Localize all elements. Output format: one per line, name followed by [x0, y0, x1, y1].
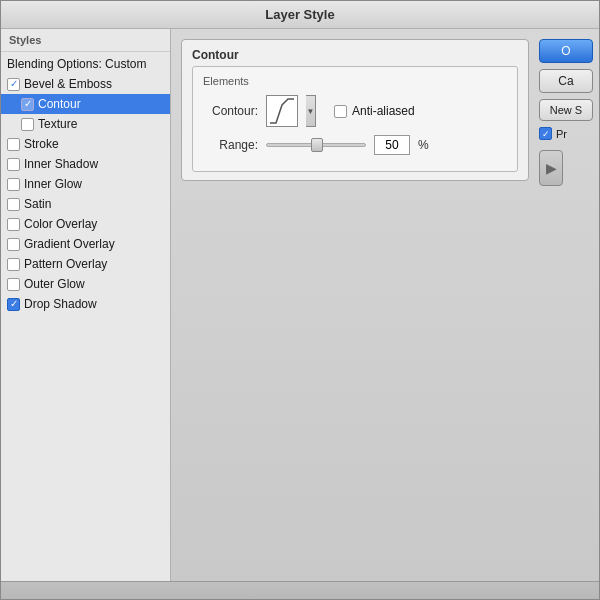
svg-rect-0 — [268, 97, 296, 125]
contour-row: Contour: ▼ Anti-aliased — [203, 95, 507, 127]
contour-checkbox[interactable] — [21, 98, 34, 111]
preview-label: Pr — [556, 128, 567, 140]
title-bar: Layer Style — [1, 1, 599, 29]
anti-alias-checkbox[interactable] — [334, 105, 347, 118]
range-row: Range: % — [203, 135, 507, 155]
layer-style-dialog: Layer Style Styles Blending Options: Cus… — [0, 0, 600, 600]
drop-shadow-label: Drop Shadow — [24, 297, 97, 311]
new-style-button[interactable]: New S — [539, 99, 593, 121]
anti-alias-label: Anti-aliased — [352, 104, 415, 118]
main-panel: Contour Elements Contour: ▼ — [171, 29, 539, 581]
preview-row: Pr — [539, 127, 593, 140]
contour-dropdown-arrow[interactable]: ▼ — [306, 95, 316, 127]
satin-label: Satin — [24, 197, 51, 211]
sidebar-item-gradient-overlay[interactable]: Gradient Overlay — [1, 234, 170, 254]
preview-checkbox[interactable] — [539, 127, 552, 140]
pattern-overlay-label: Pattern Overlay — [24, 257, 107, 271]
cancel-button[interactable]: Ca — [539, 69, 593, 93]
sidebar-item-inner-shadow[interactable]: Inner Shadow — [1, 154, 170, 174]
satin-checkbox[interactable] — [7, 198, 20, 211]
contour-label: Contour — [38, 97, 81, 111]
sidebar-item-bevel[interactable]: Bevel & Emboss — [1, 74, 170, 94]
range-value-input[interactable] — [374, 135, 410, 155]
outer-glow-label: Outer Glow — [24, 277, 85, 291]
sidebar-list: Blending Options: Custom Bevel & Emboss … — [1, 52, 170, 581]
texture-label: Texture — [38, 117, 77, 131]
gradient-overlay-checkbox[interactable] — [7, 238, 20, 251]
bottom-bar — [1, 581, 599, 599]
pattern-overlay-checkbox[interactable] — [7, 258, 20, 271]
bevel-checkbox[interactable] — [7, 78, 20, 91]
range-slider-thumb[interactable] — [311, 138, 323, 152]
drop-shadow-checkbox[interactable] — [7, 298, 20, 311]
dialog-title: Layer Style — [265, 7, 334, 22]
sidebar-item-texture[interactable]: Texture — [1, 114, 170, 134]
panel-title: Contour — [192, 48, 518, 62]
ok-button[interactable]: O — [539, 39, 593, 63]
contour-panel: Contour Elements Contour: ▼ — [181, 39, 529, 181]
texture-checkbox[interactable] — [21, 118, 34, 131]
gradient-overlay-label: Gradient Overlay — [24, 237, 115, 251]
right-buttons-panel: O Ca New S Pr ▶ — [539, 29, 599, 581]
blending-label: Blending Options: Custom — [7, 57, 146, 71]
color-overlay-label: Color Overlay — [24, 217, 97, 231]
contour-preview-swatch[interactable] — [266, 95, 298, 127]
contour-curve-icon — [268, 97, 296, 125]
contour-field-label: Contour: — [203, 104, 258, 118]
sidebar-item-stroke[interactable]: Stroke — [1, 134, 170, 154]
stroke-label: Stroke — [24, 137, 59, 151]
stroke-checkbox[interactable] — [7, 138, 20, 151]
sidebar-item-blending[interactable]: Blending Options: Custom — [1, 54, 170, 74]
inner-glow-checkbox[interactable] — [7, 178, 20, 191]
dialog-body: Styles Blending Options: Custom Bevel & … — [1, 29, 599, 581]
outer-glow-checkbox[interactable] — [7, 278, 20, 291]
sidebar-item-contour[interactable]: Contour — [1, 94, 170, 114]
sidebar-item-satin[interactable]: Satin — [1, 194, 170, 214]
sidebar-item-pattern-overlay[interactable]: Pattern Overlay — [1, 254, 170, 274]
color-overlay-checkbox[interactable] — [7, 218, 20, 231]
inner-shadow-checkbox[interactable] — [7, 158, 20, 171]
inner-shadow-label: Inner Shadow — [24, 157, 98, 171]
sidebar-header: Styles — [1, 29, 170, 52]
sidebar-item-drop-shadow[interactable]: Drop Shadow — [1, 294, 170, 314]
section-title: Elements — [203, 75, 507, 87]
inner-glow-label: Inner Glow — [24, 177, 82, 191]
sidebar-item-inner-glow[interactable]: Inner Glow — [1, 174, 170, 194]
anti-alias-row: Anti-aliased — [334, 104, 415, 118]
elements-section: Elements Contour: ▼ — [192, 66, 518, 172]
expand-arrow-button[interactable]: ▶ — [539, 150, 563, 186]
sidebar-item-outer-glow[interactable]: Outer Glow — [1, 274, 170, 294]
bevel-label: Bevel & Emboss — [24, 77, 112, 91]
range-unit: % — [418, 138, 429, 152]
range-label: Range: — [203, 138, 258, 152]
sidebar-item-color-overlay[interactable]: Color Overlay — [1, 214, 170, 234]
sidebar: Styles Blending Options: Custom Bevel & … — [1, 29, 171, 581]
range-slider[interactable] — [266, 143, 366, 147]
